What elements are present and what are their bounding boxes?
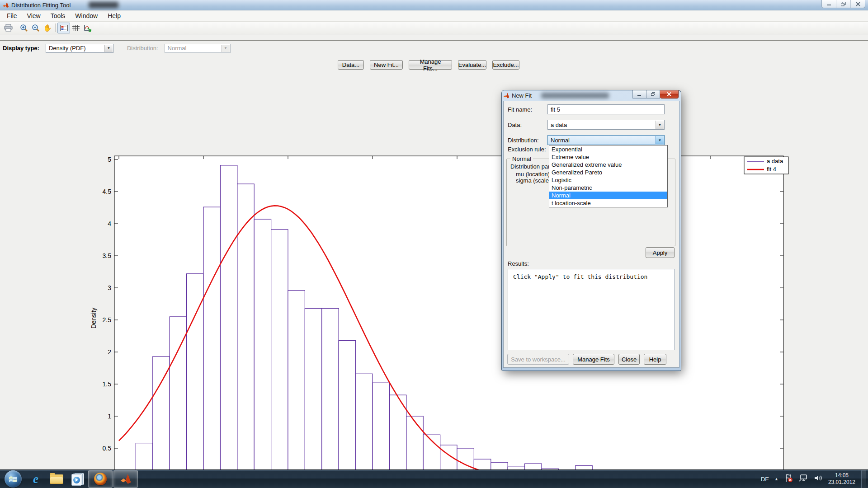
popup-option[interactable]: Generalized extreme value <box>549 161 667 169</box>
popup-option[interactable]: Generalized Pareto <box>549 169 667 176</box>
popup-option[interactable]: Non-parametric <box>549 184 667 192</box>
popup-option[interactable]: t location-scale <box>549 199 667 207</box>
distribution-select[interactable]: Normal ▼ <box>547 135 665 145</box>
data-label: Data: <box>508 122 522 128</box>
exclusion-rule-label: Exclusion rule: <box>508 146 546 153</box>
network-icon[interactable] <box>798 474 808 484</box>
clock-date: 23.01.2012 <box>828 479 855 486</box>
svg-text:0.5: 0.5 <box>103 445 112 452</box>
minimize-button[interactable] <box>632 90 646 99</box>
dialog-titlebar[interactable]: New Fit <box>503 90 679 101</box>
restore-button[interactable] <box>646 90 660 99</box>
exclude-button[interactable]: Exclude... <box>492 60 519 70</box>
svg-text:3: 3 <box>108 284 111 291</box>
taskbar-firefox-button[interactable] <box>88 470 113 488</box>
taskbar-clock[interactable]: 14:05 23.01.2012 <box>828 472 855 486</box>
matlab-dfittool-window: Distribution Fitting Tool File View Tool… <box>0 0 868 478</box>
fit-name-input[interactable]: fit 5 <box>547 104 665 114</box>
dialog-window-controls <box>632 90 679 99</box>
taskbar-media-player-icon[interactable] <box>67 470 88 488</box>
distribution-popup: ExponentialExtreme valueGeneralized extr… <box>549 145 668 207</box>
dialog-body: Fit name: fit 5 Data: a data ▼ Distribut… <box>503 101 679 368</box>
close-button[interactable] <box>660 90 679 99</box>
svg-text:4.5: 4.5 <box>103 188 112 195</box>
svg-text:3.5: 3.5 <box>103 252 112 259</box>
new-fit-dialog: New Fit Fit name: fit 5 Data: a data ▼ D… <box>502 90 681 371</box>
help-button[interactable]: Help <box>644 354 666 365</box>
matlab-logo-icon <box>503 93 509 99</box>
svg-text:5: 5 <box>108 156 111 163</box>
show-desktop-button[interactable] <box>861 470 866 488</box>
results-label: Results: <box>508 260 529 267</box>
taskbar: e DE ▲ 14:05 23.0 <box>0 469 868 488</box>
distribution-parameters-label: Distribution para <box>510 163 553 170</box>
results-text: Click "Apply" to fit this distribution <box>513 273 675 280</box>
taskbar-internet-explorer-icon[interactable]: e <box>25 470 46 488</box>
apply-button[interactable]: Apply <box>646 247 675 258</box>
language-indicator[interactable]: DE <box>761 476 769 483</box>
save-to-workspace-button: Save to workspace... <box>507 354 569 365</box>
windows-flag-icon <box>9 475 18 483</box>
redacted-blur <box>541 93 609 99</box>
data-button[interactable]: Data... <box>338 60 364 70</box>
popup-option[interactable]: Logistic <box>549 176 667 184</box>
volume-icon[interactable] <box>814 474 823 484</box>
popup-option[interactable]: Normal <box>549 192 667 199</box>
groupbox-title: Normal <box>510 155 533 162</box>
hidden-icons-caret[interactable]: ▲ <box>774 477 778 481</box>
mu-location-label: mu (location) <box>516 171 550 178</box>
svg-text:2: 2 <box>108 348 111 356</box>
svg-text:Density: Density <box>90 308 97 329</box>
fit-name-label: Fit name: <box>508 106 532 113</box>
svg-text:1.5: 1.5 <box>103 380 112 388</box>
chevron-down-icon[interactable]: ▼ <box>656 121 664 129</box>
chevron-down-icon[interactable]: ▼ <box>656 136 664 144</box>
matlab-icon <box>120 474 132 484</box>
system-tray: DE ▲ 14:05 23.01.2012 <box>761 470 868 488</box>
svg-text:1: 1 <box>108 413 111 420</box>
desktop: Distribution Fitting Tool File View Tool… <box>0 0 868 488</box>
data-select[interactable]: a data ▼ <box>547 120 665 130</box>
action-center-icon[interactable] <box>784 474 793 484</box>
svg-text:2.5: 2.5 <box>103 316 112 324</box>
sigma-scale-label: sigma (scale) <box>516 177 551 184</box>
svg-text:fit 4: fit 4 <box>767 166 776 173</box>
taskbar-windows-explorer-icon[interactable] <box>46 470 67 488</box>
popup-option[interactable]: Extreme value <box>549 153 667 161</box>
results-box[interactable]: Click "Apply" to fit this distribution <box>508 269 675 350</box>
distribution-plot: 00.10.20.30.40.50.60.700.511.522.533.544… <box>0 7 868 480</box>
svg-text:a data: a data <box>767 158 783 164</box>
start-button[interactable] <box>5 470 22 488</box>
close-dialog-button[interactable]: Close <box>618 354 640 365</box>
popup-option[interactable]: Exponential <box>549 145 667 153</box>
dialog-distribution-label: Distribution: <box>508 137 539 144</box>
svg-text:4: 4 <box>108 220 111 227</box>
new-fit-button[interactable]: New Fit... <box>370 60 403 70</box>
manage-fits-dialog-button[interactable]: Manage Fits <box>573 354 614 365</box>
figure-area: 00.10.20.30.40.50.60.700.511.522.533.544… <box>0 56 868 478</box>
taskbar-matlab-button[interactable] <box>113 470 138 488</box>
clock-time: 14:05 <box>828 472 855 479</box>
action-buttons: Data... New Fit... Manage Fits... Evalua… <box>338 60 519 70</box>
manage-fits-button[interactable]: Manage Fits... <box>409 60 452 70</box>
firefox-icon <box>94 473 107 485</box>
dialog-title: New Fit <box>512 92 532 99</box>
evaluate-button[interactable]: Evaluate... <box>458 60 486 70</box>
